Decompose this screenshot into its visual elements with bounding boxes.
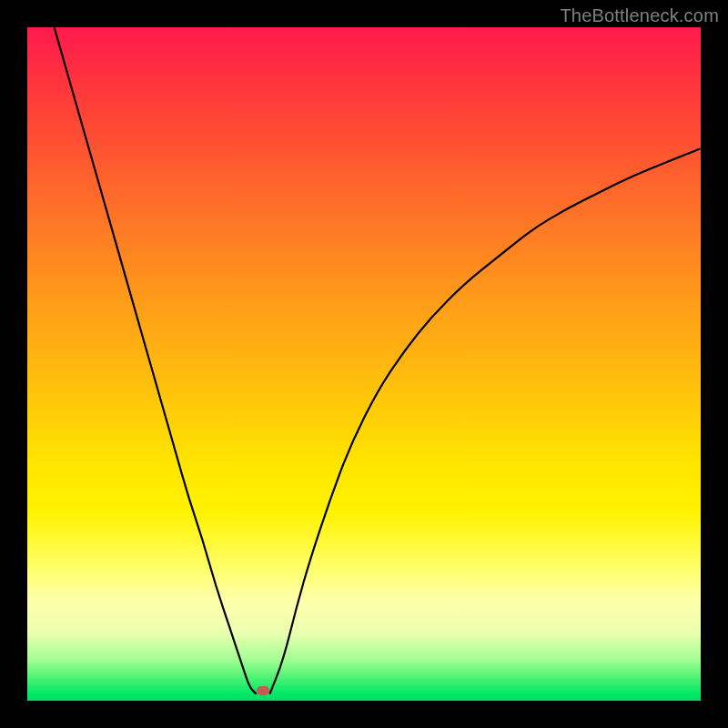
curve-right-branch bbox=[269, 148, 701, 693]
watermark-text: TheBottleneck.com bbox=[560, 5, 719, 26]
chart-container: TheBottleneck.com bbox=[0, 0, 728, 728]
curve-svg bbox=[27, 27, 701, 701]
plot-area bbox=[27, 27, 701, 701]
curve-left-branch bbox=[55, 27, 257, 694]
minimum-marker bbox=[257, 686, 269, 695]
